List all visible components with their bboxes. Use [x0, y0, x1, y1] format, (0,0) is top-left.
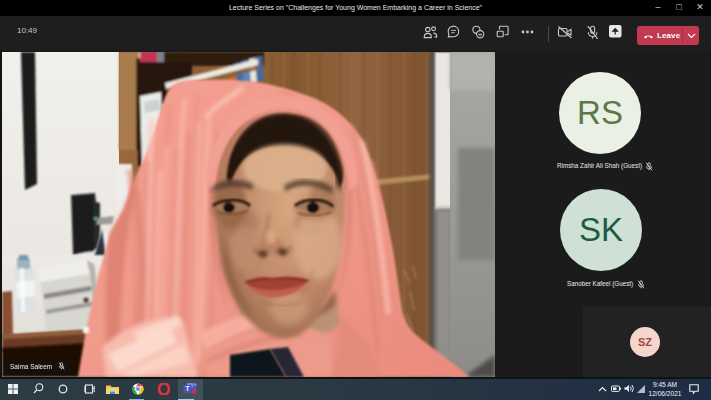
svg-text:T: T	[186, 385, 190, 392]
